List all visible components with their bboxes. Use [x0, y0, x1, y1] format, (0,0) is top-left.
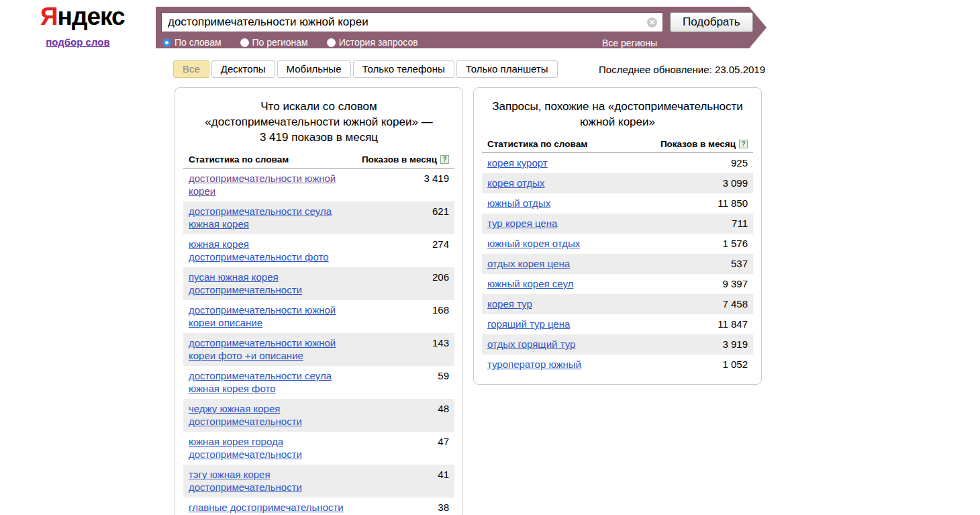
table-row: чеджу южная корея достопримечательности4… [183, 399, 454, 432]
table-row: пусан южная корея достопримечательности2… [183, 267, 454, 300]
keyword-link[interactable]: тур корея цена [487, 217, 557, 230]
table-row: южный отдых11 850 [482, 193, 753, 214]
col-count-header: Показов в месяц? [362, 154, 449, 165]
table-row: достопримечательности южной кореи3 419 [183, 169, 454, 201]
yandex-logo: Яндекс подбор слов [40, 3, 115, 48]
table-row: корея тур7 458 [482, 294, 753, 314]
keyword-link[interactable]: главные достопримечательности южной коре… [189, 501, 364, 515]
count-value: 9 397 [722, 277, 748, 290]
keyword-link[interactable]: пусан южная корея достопримечательности [189, 271, 364, 296]
keyword-link[interactable]: южная корея достопримечательности фото [189, 238, 364, 263]
table-row: достопримечательности южной кореи фото +… [183, 333, 454, 366]
device-tabs: Все Десктопы Мобильные Только телефоны Т… [173, 60, 560, 78]
keyword-link[interactable]: корея тур [487, 297, 532, 310]
table-row: отдых корея цена537 [482, 254, 753, 274]
keyword-link[interactable]: южный корея сеул [487, 277, 573, 290]
keyword-link[interactable]: южный отдых [487, 197, 550, 209]
keyword-link[interactable]: туроператор южный [487, 358, 581, 371]
keyword-link[interactable]: южная корея города достопримечательности [189, 435, 364, 461]
table-row: корея отдых3 099 [482, 173, 753, 193]
table-row: южный корея сеул9 397 [482, 274, 753, 294]
count-value: 3 099 [722, 177, 748, 189]
search-field-wrap: ✕ [161, 12, 663, 32]
table-row: южный корея отдых1 576 [482, 234, 753, 254]
table-row: горящий тур цена11 847 [482, 314, 753, 334]
col-count-header: Показов в месяц? [660, 139, 748, 149]
yandex-wordmark[interactable]: Яндекс [40, 3, 115, 31]
count-value: 925 [731, 156, 748, 169]
mode-label: По словам [175, 37, 222, 48]
keyword-link[interactable]: достопримечательности южной кореи [189, 172, 364, 197]
table-row: южная корея города достопримечательности… [183, 432, 454, 465]
keyword-link[interactable]: достопримечательности сеула южная корея … [189, 369, 364, 395]
table-row: достопримечательности сеула южная корея … [183, 366, 454, 399]
keyword-link[interactable]: отдых горящий тур [487, 338, 575, 350]
tab-all[interactable]: Все [173, 60, 209, 78]
col-keyword-header: Статистика по словам [189, 154, 289, 165]
searched-with-word-panel: Что искали со словом «достопримечательно… [175, 87, 463, 515]
keyword-link[interactable]: чеджу южная корея достопримечательности [189, 402, 364, 428]
count-value: 48 [438, 402, 449, 415]
count-value: 537 [731, 257, 748, 270]
count-value: 711 [732, 217, 748, 230]
table-row: достопримечательности южной кореи описан… [183, 300, 454, 333]
keyword-link[interactable]: достопримечательности южной кореи фото +… [189, 336, 364, 362]
count-value: 38 [438, 501, 449, 514]
count-value: 274 [432, 238, 449, 250]
count-value: 206 [432, 271, 449, 283]
table-row: главные достопримечательности южной коре… [183, 498, 454, 515]
table-row: достопримечательности сеула южная корея6… [183, 201, 454, 234]
mode-label: История запросов [339, 37, 418, 48]
mode-by-words[interactable]: По словам [162, 37, 222, 48]
keyword-link[interactable]: горящий тур цена [487, 318, 570, 330]
count-value: 3 419 [424, 172, 449, 185]
keyword-link[interactable]: тэгу южная корея достопримечательности [189, 468, 364, 494]
right-table-rows: корея курорт925корея отдых3 099южный отд… [482, 153, 753, 375]
keyword-link[interactable]: отдых корея цена [487, 257, 570, 270]
table-header: Статистика по словам Показов в месяц? [482, 139, 753, 153]
mode-query-history[interactable]: История запросов [327, 37, 418, 48]
left-table-rows: достопримечательности южной кореи3 419до… [183, 169, 454, 515]
mode-by-regions[interactable]: По регионам [240, 37, 308, 48]
tab-tablets-only[interactable]: Только планшеты [456, 60, 558, 78]
help-icon[interactable]: ? [440, 155, 449, 164]
radio-selected-icon [162, 38, 171, 47]
all-regions-link[interactable]: Все регионы [602, 38, 657, 49]
tab-desktops[interactable]: Десктопы [211, 60, 275, 78]
search-modes: По словам По регионам История запросов [162, 37, 437, 48]
count-value: 7 458 [722, 297, 748, 310]
tab-phones-only[interactable]: Только телефоны [353, 60, 454, 78]
help-icon[interactable]: ? [739, 140, 748, 148]
keyword-link[interactable]: достопримечательности южной кореи описан… [189, 303, 364, 329]
clear-icon[interactable]: ✕ [647, 17, 657, 28]
search-input[interactable] [162, 13, 663, 32]
table-row: тур корея цена711 [482, 214, 753, 234]
table-header: Статистика по словам Показов в месяц? [183, 154, 454, 169]
col-keyword-header: Статистика по словам [487, 139, 587, 149]
keyword-link[interactable]: корея отдых [487, 177, 544, 189]
radio-icon [240, 38, 249, 47]
table-row: туроператор южный1 052 [482, 355, 753, 375]
brand-rest: ндекс [58, 3, 125, 30]
count-value: 621 [432, 205, 449, 218]
count-value: 1 052 [722, 358, 748, 371]
table-row: тэгу южная корея достопримечательности41 [183, 465, 454, 498]
submit-button[interactable]: Подобрать [670, 12, 753, 32]
count-value: 1 576 [722, 237, 748, 250]
keyword-link[interactable]: южный корея отдых [487, 237, 580, 250]
left-panel-title: Что искали со словом «достопримечательно… [203, 99, 435, 145]
keyword-link[interactable]: достопримечательности сеула южная корея [189, 205, 364, 230]
search-panel: ✕ Подобрать По словам По регионам Истори… [156, 7, 767, 48]
table-row: южная корея достопримечательности фото27… [183, 234, 454, 267]
count-value: 143 [432, 336, 449, 349]
keyword-link[interactable]: корея курорт [487, 156, 548, 169]
count-value: 168 [432, 303, 449, 316]
table-row: корея курорт925 [482, 153, 753, 173]
wordstat-link[interactable]: подбор слов [46, 36, 109, 48]
tab-mobile[interactable]: Мобильные [277, 60, 351, 78]
count-value: 59 [438, 369, 449, 382]
last-update-label: Последнее обновление: 23.05.2019 [599, 64, 765, 75]
similar-queries-panel: Запросы, похожие на «достопримечательнос… [473, 87, 762, 385]
brand-letter: Я [40, 3, 58, 30]
radio-icon [327, 38, 336, 47]
